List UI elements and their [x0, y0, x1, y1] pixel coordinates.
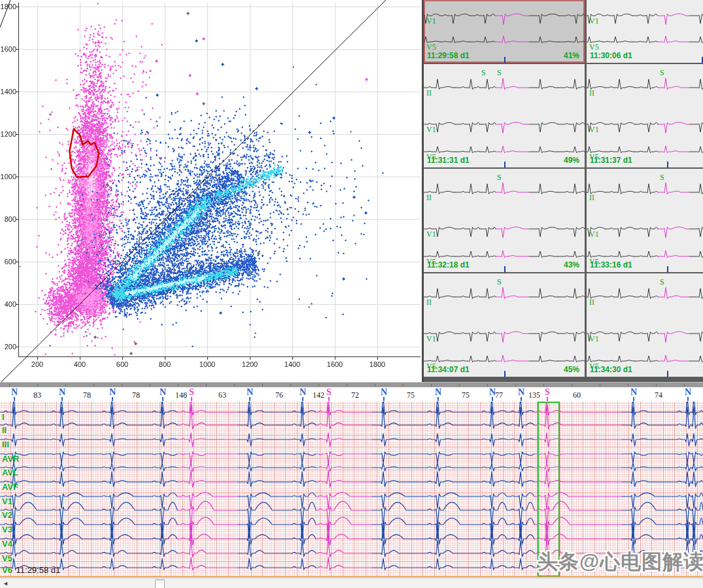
- beat-marker-tick: [14, 397, 15, 401]
- strip-percent: 41%: [564, 51, 579, 60]
- strip-lead-label: II: [589, 194, 594, 201]
- scroll-left-arrow-icon[interactable]: ◄: [3, 580, 9, 587]
- splitter-tick: [459, 384, 460, 387]
- splitter-tick: [262, 384, 263, 387]
- splitter-tick: [515, 384, 516, 387]
- ecg-strip-panel[interactable]: IIV1V5SS11:31:31 d149%: [424, 64, 585, 167]
- ecg-trace: [0, 472, 703, 487]
- strip-lead-label: V1: [426, 230, 436, 238]
- s-beat-label: S: [497, 68, 502, 78]
- strip-lead-label: V1: [589, 335, 599, 343]
- splitter-tick: [403, 384, 403, 387]
- rhythm-lead-label-II: II: [2, 426, 7, 434]
- ecg-trace: [0, 493, 703, 509]
- beat-annotation-header: NNNNSNNSNNNNSNN8378781486376142727575771…: [0, 387, 703, 402]
- beat-marker-tick: [492, 397, 493, 401]
- strip-timestamp: 11:34:30 d1: [590, 365, 632, 374]
- ecg-strip-panel[interactable]: V1V511:30:06 d1: [587, 0, 703, 63]
- beat-marker-tick: [249, 397, 250, 401]
- splitter-tick: [600, 384, 600, 387]
- rr-interval-value: 83: [33, 390, 41, 400]
- ecg-trace: [495, 14, 529, 25]
- beat-marker-N[interactable]: N: [109, 387, 116, 398]
- ecg-trace: [0, 502, 703, 527]
- strip-center-tick: [667, 266, 668, 272]
- beat-marker-N[interactable]: N: [59, 387, 65, 398]
- ecg-strip-panel[interactable]: IIV1V5S11:33:16 d1: [587, 169, 703, 272]
- rhythm-lead-label-V4: V4: [2, 540, 12, 548]
- splitter-tick: [290, 384, 291, 387]
- beat-marker-S[interactable]: S: [545, 387, 550, 398]
- beat-marker-N[interactable]: N: [381, 387, 387, 398]
- rhythm-lead-label-AVL: AVL: [2, 468, 18, 477]
- ecg-strip-panel[interactable]: IIV1V5S11:34:30 d1: [587, 273, 703, 377]
- beat-marker-N[interactable]: N: [300, 387, 306, 398]
- rhythm-lead-label-V5: V5: [2, 554, 12, 562]
- s-beat-label: S: [660, 68, 664, 78]
- beat-marker-N[interactable]: N: [11, 387, 18, 398]
- ecg-strip-panel[interactable]: V1V511:29:58 d141%: [424, 0, 585, 63]
- ecg-trace: [658, 288, 689, 299]
- splitter-tick: [487, 384, 488, 387]
- splitter-tick: [94, 384, 94, 387]
- ecg-strip-panel[interactable]: IIV1V5S11:34:07 d145%: [424, 273, 585, 377]
- strip-timestamp: 11:31:37 d1: [590, 156, 632, 165]
- ecg-trace: [658, 14, 690, 25]
- strip-lead-label: V1: [426, 17, 436, 25]
- splitter-tick: [65, 384, 66, 387]
- rr-interval-value: 75: [462, 390, 470, 400]
- rr-interval-value: 78: [83, 390, 91, 400]
- beat-marker-N[interactable]: N: [160, 387, 166, 398]
- rhythm-lead-label-I: I: [2, 413, 5, 421]
- beat-marker-S[interactable]: S: [326, 387, 332, 398]
- horizontal-scrollbar[interactable]: ◄: [0, 578, 703, 588]
- s-beat-label: S: [497, 277, 502, 287]
- beat-marker-N[interactable]: N: [247, 387, 253, 398]
- strip-center-tick: [504, 162, 506, 167]
- beat-marker-N[interactable]: N: [630, 387, 637, 398]
- ecg-trace: [496, 288, 529, 299]
- beat-marker-tick: [633, 397, 634, 401]
- strip-lead-label: V5: [426, 43, 436, 51]
- strip-center-tick: [667, 371, 668, 377]
- strip-timestamp: 11:32:18 d1: [427, 260, 470, 269]
- splitter-tick: [347, 384, 347, 387]
- ecg-strip-panel[interactable]: IIV1V5S11:32:18 d143%: [424, 169, 585, 272]
- strip-timestamp: 11:31:31 d1: [427, 156, 470, 165]
- rr-interval-value: 77: [495, 390, 503, 400]
- strip-waveforms: [587, 273, 703, 377]
- splitter-tick: [543, 384, 544, 387]
- scatter-canvas[interactable]: [0, 0, 422, 382]
- strip-lead-label: II: [426, 89, 432, 97]
- strip-percent: 45%: [564, 365, 579, 374]
- beat-marker-tick: [302, 397, 303, 401]
- beat-marker-N[interactable]: N: [435, 387, 441, 398]
- strip-lead-label: V1: [589, 230, 599, 238]
- rhythm-lead-label-V2: V2: [2, 511, 12, 519]
- strip-lead-label: II: [589, 89, 594, 97]
- scatter-plot-panel[interactable]: [0, 0, 422, 382]
- beat-marker-tick: [191, 397, 192, 401]
- strip-timestamp: 11:29:58 d1: [427, 51, 470, 60]
- beat-marker-N[interactable]: N: [518, 387, 524, 398]
- ecg-trace: [496, 183, 529, 194]
- rhythm-strip-panel[interactable]: V6 11:29:58 d1 头条@心电图解读 IIIIIIAVRAVLAVFV…: [0, 402, 703, 577]
- rhythm-bottom-border: [0, 576, 703, 578]
- strip-lead-label: V1: [426, 126, 436, 133]
- beat-marker-N[interactable]: N: [685, 387, 691, 398]
- watermark: 头条@心电图解读: [538, 548, 703, 576]
- beat-marker-tick: [687, 397, 689, 401]
- ecg-trace: [496, 122, 529, 133]
- beat-marker-tick: [112, 397, 113, 401]
- strip-lead-label: II: [589, 298, 594, 306]
- beat-marker-S[interactable]: S: [189, 387, 194, 398]
- ecg-strip-panel[interactable]: IIV1V5S11:31:37 d1: [587, 64, 703, 167]
- strip-timestamp: 11:33:16 d1: [590, 260, 632, 269]
- rr-interval-value: 78: [132, 390, 140, 400]
- splitter-tick: [656, 384, 657, 387]
- scrollbar-thumb[interactable]: [155, 579, 165, 588]
- ecg-trace: [0, 518, 703, 539]
- strip-percent: 43%: [564, 260, 579, 269]
- splitter-tick: [318, 384, 319, 387]
- ecg-trace: [658, 227, 689, 238]
